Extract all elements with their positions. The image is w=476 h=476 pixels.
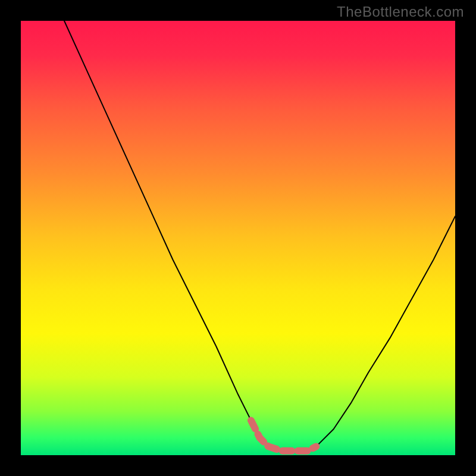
- bottleneck-chart: [21, 21, 455, 455]
- chart-frame: TheBottleneck.com: [0, 0, 476, 476]
- watermark-text: TheBottleneck.com: [337, 4, 464, 20]
- chart-background: [21, 21, 455, 455]
